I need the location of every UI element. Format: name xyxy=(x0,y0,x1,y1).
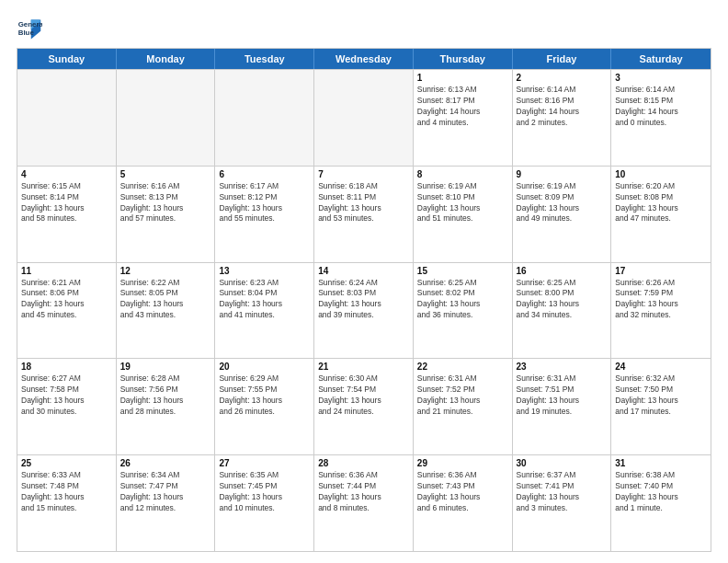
day-number: 26 xyxy=(120,458,211,468)
day-number: 31 xyxy=(615,458,707,468)
day-info: Sunrise: 6:22 AM Sunset: 8:05 PM Dayligh… xyxy=(120,278,211,322)
day-info: Sunrise: 6:19 AM Sunset: 8:10 PM Dayligh… xyxy=(417,181,508,225)
day-info: Sunrise: 6:34 AM Sunset: 7:47 PM Dayligh… xyxy=(120,470,211,514)
day-cell-21: 21Sunrise: 6:30 AM Sunset: 7:54 PM Dayli… xyxy=(314,359,414,454)
day-cell-19: 19Sunrise: 6:28 AM Sunset: 7:56 PM Dayli… xyxy=(117,359,216,454)
day-cell-5: 5Sunrise: 6:16 AM Sunset: 8:13 PM Daylig… xyxy=(117,167,216,262)
day-number: 10 xyxy=(615,169,707,179)
header-day-wednesday: Wednesday xyxy=(314,49,414,69)
day-cell-7: 7Sunrise: 6:18 AM Sunset: 8:11 PM Daylig… xyxy=(314,167,414,262)
day-number: 16 xyxy=(517,266,608,276)
day-info: Sunrise: 6:19 AM Sunset: 8:09 PM Dayligh… xyxy=(517,181,608,225)
day-number: 30 xyxy=(517,458,608,468)
day-cell-20: 20Sunrise: 6:29 AM Sunset: 7:55 PM Dayli… xyxy=(215,359,314,454)
day-number: 25 xyxy=(21,458,112,468)
week-row-3: 11Sunrise: 6:21 AM Sunset: 8:06 PM Dayli… xyxy=(17,262,711,359)
week-row-1: 1Sunrise: 6:13 AM Sunset: 8:17 PM Daylig… xyxy=(17,69,711,166)
day-info: Sunrise: 6:27 AM Sunset: 7:58 PM Dayligh… xyxy=(21,373,112,418)
page: General Blue SundayMondayTuesdayWednesda… xyxy=(0,0,728,563)
day-info: Sunrise: 6:37 AM Sunset: 7:41 PM Dayligh… xyxy=(517,470,608,514)
day-number: 11 xyxy=(21,266,112,276)
day-number: 7 xyxy=(318,169,409,179)
empty-cell xyxy=(215,70,314,166)
day-info: Sunrise: 6:28 AM Sunset: 7:56 PM Dayligh… xyxy=(120,373,211,418)
day-info: Sunrise: 6:29 AM Sunset: 7:55 PM Dayligh… xyxy=(219,373,310,418)
day-cell-29: 29Sunrise: 6:36 AM Sunset: 7:43 PM Dayli… xyxy=(414,455,513,551)
day-info: Sunrise: 6:25 AM Sunset: 8:00 PM Dayligh… xyxy=(517,278,608,322)
calendar: SundayMondayTuesdayWednesdayThursdayFrid… xyxy=(17,48,711,552)
day-info: Sunrise: 6:16 AM Sunset: 8:13 PM Dayligh… xyxy=(120,181,211,225)
day-cell-1: 1Sunrise: 6:13 AM Sunset: 8:17 PM Daylig… xyxy=(414,70,513,166)
week-row-4: 18Sunrise: 6:27 AM Sunset: 7:58 PM Dayli… xyxy=(17,358,711,454)
day-cell-4: 4Sunrise: 6:15 AM Sunset: 8:14 PM Daylig… xyxy=(17,167,117,262)
day-number: 1 xyxy=(417,73,508,83)
day-number: 28 xyxy=(318,458,409,468)
day-number: 3 xyxy=(615,73,707,83)
logo-icon: General Blue xyxy=(17,17,42,42)
day-info: Sunrise: 6:36 AM Sunset: 7:43 PM Dayligh… xyxy=(417,470,508,514)
svg-text:Blue: Blue xyxy=(18,29,35,37)
day-info: Sunrise: 6:18 AM Sunset: 8:11 PM Dayligh… xyxy=(318,181,409,225)
day-info: Sunrise: 6:25 AM Sunset: 8:02 PM Dayligh… xyxy=(417,278,508,322)
day-cell-18: 18Sunrise: 6:27 AM Sunset: 7:58 PM Dayli… xyxy=(17,359,117,454)
day-number: 20 xyxy=(219,362,310,372)
day-cell-6: 6Sunrise: 6:17 AM Sunset: 8:12 PM Daylig… xyxy=(215,167,314,262)
day-info: Sunrise: 6:23 AM Sunset: 8:04 PM Dayligh… xyxy=(219,278,310,322)
empty-cell xyxy=(17,70,117,166)
day-cell-13: 13Sunrise: 6:23 AM Sunset: 8:04 PM Dayli… xyxy=(215,263,314,359)
day-number: 6 xyxy=(219,169,310,179)
header-day-tuesday: Tuesday xyxy=(215,49,314,69)
day-cell-27: 27Sunrise: 6:35 AM Sunset: 7:45 PM Dayli… xyxy=(215,455,314,551)
day-number: 15 xyxy=(417,266,508,276)
day-number: 21 xyxy=(318,362,409,372)
day-cell-24: 24Sunrise: 6:32 AM Sunset: 7:50 PM Dayli… xyxy=(611,359,711,454)
day-number: 5 xyxy=(120,169,211,179)
day-cell-31: 31Sunrise: 6:38 AM Sunset: 7:40 PM Dayli… xyxy=(611,455,711,551)
empty-cell xyxy=(117,70,216,166)
day-info: Sunrise: 6:31 AM Sunset: 7:52 PM Dayligh… xyxy=(417,373,508,418)
day-cell-11: 11Sunrise: 6:21 AM Sunset: 8:06 PM Dayli… xyxy=(17,263,117,359)
day-cell-28: 28Sunrise: 6:36 AM Sunset: 7:44 PM Dayli… xyxy=(314,455,414,551)
day-number: 2 xyxy=(517,73,608,83)
day-number: 18 xyxy=(21,362,112,372)
day-number: 22 xyxy=(417,362,508,372)
day-cell-3: 3Sunrise: 6:14 AM Sunset: 8:15 PM Daylig… xyxy=(611,70,711,166)
calendar-header: SundayMondayTuesdayWednesdayThursdayFrid… xyxy=(17,49,711,69)
day-info: Sunrise: 6:21 AM Sunset: 8:06 PM Dayligh… xyxy=(21,278,112,322)
day-cell-30: 30Sunrise: 6:37 AM Sunset: 7:41 PM Dayli… xyxy=(513,455,612,551)
calendar-body: 1Sunrise: 6:13 AM Sunset: 8:17 PM Daylig… xyxy=(17,69,711,551)
day-info: Sunrise: 6:36 AM Sunset: 7:44 PM Dayligh… xyxy=(318,470,409,514)
day-cell-10: 10Sunrise: 6:20 AM Sunset: 8:08 PM Dayli… xyxy=(611,167,711,262)
day-cell-17: 17Sunrise: 6:26 AM Sunset: 7:59 PM Dayli… xyxy=(611,263,711,359)
day-info: Sunrise: 6:33 AM Sunset: 7:48 PM Dayligh… xyxy=(21,470,112,514)
day-cell-9: 9Sunrise: 6:19 AM Sunset: 8:09 PM Daylig… xyxy=(513,167,612,262)
day-info: Sunrise: 6:38 AM Sunset: 7:40 PM Dayligh… xyxy=(615,470,707,514)
week-row-5: 25Sunrise: 6:33 AM Sunset: 7:48 PM Dayli… xyxy=(17,454,711,551)
day-cell-25: 25Sunrise: 6:33 AM Sunset: 7:48 PM Dayli… xyxy=(17,455,117,551)
day-number: 12 xyxy=(120,266,211,276)
svg-text:General: General xyxy=(18,20,42,29)
day-info: Sunrise: 6:35 AM Sunset: 7:45 PM Dayligh… xyxy=(219,470,310,514)
day-cell-16: 16Sunrise: 6:25 AM Sunset: 8:00 PM Dayli… xyxy=(513,263,612,359)
logo: General Blue xyxy=(17,17,42,42)
header-day-saturday: Saturday xyxy=(611,49,711,69)
day-info: Sunrise: 6:15 AM Sunset: 8:14 PM Dayligh… xyxy=(21,181,112,225)
day-cell-8: 8Sunrise: 6:19 AM Sunset: 8:10 PM Daylig… xyxy=(414,167,513,262)
day-info: Sunrise: 6:17 AM Sunset: 8:12 PM Dayligh… xyxy=(219,181,310,225)
day-number: 4 xyxy=(21,169,112,179)
day-number: 13 xyxy=(219,266,310,276)
day-info: Sunrise: 6:24 AM Sunset: 8:03 PM Dayligh… xyxy=(318,278,409,322)
day-cell-15: 15Sunrise: 6:25 AM Sunset: 8:02 PM Dayli… xyxy=(414,263,513,359)
day-number: 23 xyxy=(517,362,608,372)
day-cell-2: 2Sunrise: 6:14 AM Sunset: 8:16 PM Daylig… xyxy=(513,70,612,166)
header-day-thursday: Thursday xyxy=(414,49,513,69)
day-info: Sunrise: 6:14 AM Sunset: 8:16 PM Dayligh… xyxy=(517,85,608,129)
day-number: 14 xyxy=(318,266,409,276)
day-cell-12: 12Sunrise: 6:22 AM Sunset: 8:05 PM Dayli… xyxy=(117,263,216,359)
day-cell-23: 23Sunrise: 6:31 AM Sunset: 7:51 PM Dayli… xyxy=(513,359,612,454)
day-info: Sunrise: 6:13 AM Sunset: 8:17 PM Dayligh… xyxy=(417,85,508,129)
header-day-monday: Monday xyxy=(117,49,216,69)
day-number: 17 xyxy=(615,266,707,276)
day-cell-22: 22Sunrise: 6:31 AM Sunset: 7:52 PM Dayli… xyxy=(414,359,513,454)
day-number: 9 xyxy=(517,169,608,179)
